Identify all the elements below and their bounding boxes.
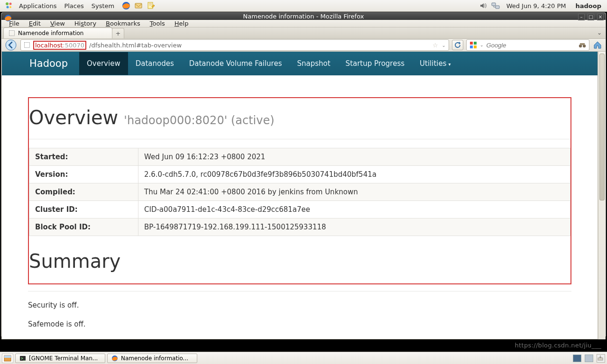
browser-tab-active[interactable]: Namenode information <box>3 27 112 38</box>
window-maximize-button[interactable]: □ <box>588 14 594 20</box>
new-tab-button[interactable]: + <box>112 28 124 38</box>
task-label: [GNOME Terminal Man... <box>29 355 98 362</box>
panel-user[interactable]: hadoop <box>570 2 604 9</box>
info-key: Compiled: <box>29 183 138 201</box>
gnome-menu-system[interactable]: System <box>88 2 118 9</box>
volume-icon[interactable] <box>478 1 488 10</box>
info-value: Wed Jun 09 16:12:23 +0800 2021 <box>138 148 570 166</box>
url-bar[interactable]: localhost:50070 /dfshealth.html#tab-over… <box>20 39 449 51</box>
menu-bookmarks[interactable]: Bookmarks <box>101 20 145 27</box>
menu-history[interactable]: History <box>70 20 101 27</box>
svg-rect-12 <box>9 31 15 36</box>
panel-clock[interactable]: Wed Jun 9, 4:20 PM <box>502 2 571 9</box>
url-highlight-box: localhost:50070 <box>33 41 86 50</box>
svg-rect-7 <box>149 3 152 4</box>
gnome-foot-icon <box>4 1 14 10</box>
tabs-overflow-chevron-icon[interactable]: ⌄ <box>597 29 602 36</box>
gnome-bottom-panel: >_ [GNOME Terminal Man... Namenode infor… <box>0 352 607 364</box>
info-value: 2.6.0-cdh5.7.0, rc00978c67b0d3fe9f3b896b… <box>138 166 570 183</box>
svg-point-2 <box>7 6 9 9</box>
overview-table: Started:Wed Jun 09 16:12:23 +0800 2021Ve… <box>29 148 570 236</box>
nav-overview[interactable]: Overview <box>79 52 128 75</box>
table-row: Version:2.6.0-cdh5.7.0, rc00978c67b0d3fe… <box>29 166 570 183</box>
menu-tools[interactable]: Tools <box>145 20 170 27</box>
svg-rect-17 <box>470 46 473 48</box>
tray-icon[interactable] <box>597 354 605 363</box>
info-value: CID-a00a7911-de1c-43c4-83ce-d29cc681a7ee <box>138 201 570 218</box>
binoculars-icon[interactable] <box>579 42 586 48</box>
workspace-switcher-1[interactable] <box>573 355 581 362</box>
google-engine-icon[interactable] <box>469 41 477 49</box>
nav-volume-failures[interactable]: Datanode Volume Failures <box>182 52 290 75</box>
site-identity-icon[interactable] <box>24 42 30 48</box>
firefox-icon <box>4 14 12 22</box>
menu-help[interactable]: Help <box>170 20 193 27</box>
firefox-url-toolbar: localhost:50070 /dfshealth.html#tab-over… <box>1 39 606 52</box>
navbar-brand[interactable]: Hadoop <box>6 58 79 69</box>
info-key: Version: <box>29 166 138 183</box>
table-row: Started:Wed Jun 09 16:12:23 +0800 2021 <box>29 148 570 166</box>
scrollbar-thumb[interactable] <box>599 54 605 200</box>
vertical-scrollbar[interactable] <box>598 52 606 339</box>
table-row: Block Pool ID:BP-1649871719-192.168.199.… <box>29 218 570 236</box>
svg-point-0 <box>6 2 9 5</box>
menu-view[interactable]: View <box>46 20 70 27</box>
search-bar[interactable]: ⌄ <box>466 39 589 51</box>
evolution-launcher-icon[interactable] <box>134 1 143 10</box>
svg-rect-6 <box>148 2 153 9</box>
url-path: /dfshealth.html#tab-overview <box>89 42 182 49</box>
reload-button[interactable] <box>452 40 463 50</box>
firefox-icon <box>111 355 118 362</box>
window-close-button[interactable]: × <box>597 14 604 20</box>
home-button[interactable] <box>592 40 603 50</box>
svg-rect-23 <box>4 355 11 358</box>
info-key: Block Pool ID: <box>29 218 138 236</box>
svg-text:>_: >_ <box>21 356 26 361</box>
show-desktop-button[interactable] <box>2 354 13 363</box>
info-value: Thu Mar 24 02:41:00 +0800 2016 by jenkin… <box>138 183 570 201</box>
svg-point-1 <box>9 3 12 5</box>
gedit-launcher-icon[interactable] <box>146 1 156 10</box>
task-terminal[interactable]: >_ [GNOME Terminal Man... <box>15 354 105 363</box>
info-key: Started: <box>29 148 138 166</box>
nav-startup-progress[interactable]: Startup Progress <box>338 52 412 75</box>
nav-snapshot[interactable]: Snapshot <box>289 52 338 75</box>
table-row: Compiled:Thu Mar 24 02:41:00 +0800 2016 … <box>29 183 570 201</box>
summary-heading: Summary <box>29 250 570 272</box>
overview-highlight-frame: Overview 'hadoop000:8020' (active) Start… <box>28 97 571 284</box>
firefox-menubar: File Edit View History Bookmarks Tools H… <box>1 20 606 27</box>
firefox-window: Namenode information - Mozilla Firefox –… <box>1 12 606 337</box>
overview-heading: Overview 'hadoop000:8020' (active) <box>29 107 570 128</box>
url-dropdown-chevron-icon[interactable]: ⌄ <box>442 43 446 48</box>
task-firefox[interactable]: Namenode informatio... <box>107 354 197 363</box>
svg-rect-15 <box>470 42 473 45</box>
engine-chevron-icon[interactable]: ⌄ <box>480 43 484 47</box>
gnome-menu-places[interactable]: Places <box>60 2 87 9</box>
workspace-switcher-2[interactable] <box>585 355 593 362</box>
bookmark-star-icon[interactable]: ☆ <box>432 42 438 49</box>
task-label: Namenode informatio... <box>121 355 188 362</box>
watermark-text: https://blog.csdn.net/jiu___ <box>515 342 601 349</box>
firefox-titlebar: Namenode information - Mozilla Firefox –… <box>1 13 606 20</box>
window-minimize-button[interactable]: – <box>578 14 585 20</box>
firefox-launcher-icon[interactable] <box>121 1 131 10</box>
search-input[interactable] <box>487 42 576 49</box>
svg-rect-27 <box>598 358 603 360</box>
svg-rect-16 <box>474 42 477 45</box>
caret-down-icon: ▾ <box>449 62 451 67</box>
overview-title: Overview <box>29 107 118 128</box>
browser-viewport: Hadoop Overview Datanodes Datanode Volum… <box>1 52 598 339</box>
nav-datanodes[interactable]: Datanodes <box>128 52 182 75</box>
terminal-icon: >_ <box>19 355 26 362</box>
firefox-tabstrip: Namenode information + ⌄ <box>1 27 606 39</box>
url-port: :50070 <box>63 42 84 49</box>
menu-edit[interactable]: Edit <box>24 20 46 27</box>
nav-back-button[interactable] <box>4 39 18 51</box>
gnome-menu-applications[interactable]: Applications <box>15 2 60 9</box>
info-value: BP-1649871719-192.168.199.111-1500125933… <box>138 218 570 236</box>
namenode-navbar: Hadoop Overview Datanodes Datanode Volum… <box>2 52 598 75</box>
network-icon[interactable] <box>491 1 500 10</box>
table-row: Cluster ID:CID-a00a7911-de1c-43c4-83ce-d… <box>29 201 570 218</box>
tab-title: Namenode information <box>18 30 83 36</box>
nav-utilities[interactable]: Utilities▾ <box>412 52 459 75</box>
